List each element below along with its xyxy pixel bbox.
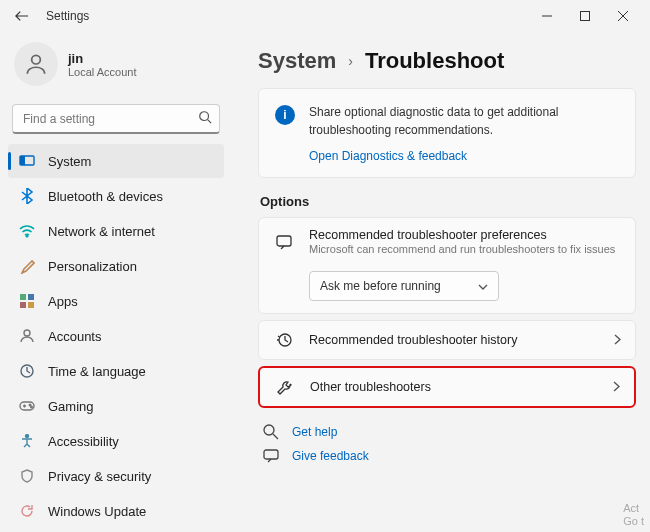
back-button[interactable] bbox=[8, 2, 36, 30]
shield-icon bbox=[18, 467, 36, 485]
wrench-icon bbox=[274, 378, 296, 396]
info-icon: i bbox=[275, 105, 295, 125]
sidebar-item-network[interactable]: Network & internet bbox=[8, 214, 224, 248]
chevron-right-icon: › bbox=[348, 53, 353, 69]
diagnostics-info-card: i Share optional diagnostic data to get … bbox=[258, 88, 636, 178]
svg-point-14 bbox=[31, 406, 33, 408]
svg-point-5 bbox=[26, 235, 28, 237]
footer-label: Get help bbox=[292, 425, 337, 439]
activation-watermark: Act Go t bbox=[623, 502, 644, 528]
sidebar-item-label: Personalization bbox=[48, 259, 137, 274]
accessibility-icon bbox=[18, 432, 36, 450]
user-profile[interactable]: jin Local Account bbox=[6, 36, 226, 100]
person-icon bbox=[18, 327, 36, 345]
search-input[interactable] bbox=[12, 104, 220, 134]
sidebar-item-apps[interactable]: Apps bbox=[8, 284, 224, 318]
chevron-down-icon bbox=[478, 279, 488, 293]
feedback-icon bbox=[260, 448, 282, 464]
svg-point-18 bbox=[264, 425, 274, 435]
window-title: Settings bbox=[46, 9, 89, 23]
search-icon bbox=[198, 110, 212, 128]
svg-rect-8 bbox=[20, 302, 26, 308]
sidebar-item-label: Gaming bbox=[48, 399, 94, 414]
sidebar-item-personalization[interactable]: Personalization bbox=[8, 249, 224, 283]
svg-rect-7 bbox=[28, 294, 34, 300]
svg-rect-6 bbox=[20, 294, 26, 300]
sidebar-item-label: System bbox=[48, 154, 91, 169]
maximize-button[interactable] bbox=[566, 2, 604, 30]
sidebar-item-label: Windows Update bbox=[48, 504, 146, 519]
troubleshooter-prefs-card: Recommended troubleshooter preferences M… bbox=[258, 217, 636, 314]
sidebar-item-label: Time & language bbox=[48, 364, 146, 379]
sidebar-item-accessibility[interactable]: Accessibility bbox=[8, 424, 224, 458]
svg-point-15 bbox=[26, 435, 29, 438]
prefs-dropdown[interactable]: Ask me before running bbox=[309, 271, 499, 301]
user-subtitle: Local Account bbox=[68, 66, 137, 78]
svg-point-1 bbox=[32, 55, 41, 64]
sidebar-item-gaming[interactable]: Gaming bbox=[8, 389, 224, 423]
svg-point-13 bbox=[29, 404, 31, 406]
brush-icon bbox=[18, 257, 36, 275]
svg-point-10 bbox=[24, 330, 30, 336]
gaming-icon bbox=[18, 397, 36, 415]
chevron-right-icon bbox=[613, 378, 620, 396]
wifi-icon bbox=[18, 222, 36, 240]
give-feedback-link[interactable]: Give feedback bbox=[260, 444, 636, 468]
footer-label: Give feedback bbox=[292, 449, 369, 463]
history-icon bbox=[273, 331, 295, 349]
sidebar-item-bluetooth[interactable]: Bluetooth & devices bbox=[8, 179, 224, 213]
sidebar-item-label: Network & internet bbox=[48, 224, 155, 239]
sidebar-item-label: Apps bbox=[48, 294, 78, 309]
prefs-title: Recommended troubleshooter preferences bbox=[309, 228, 621, 242]
svg-rect-19 bbox=[264, 450, 278, 459]
sidebar-item-accounts[interactable]: Accounts bbox=[8, 319, 224, 353]
chevron-right-icon bbox=[614, 331, 621, 349]
sidebar-item-time[interactable]: Time & language bbox=[8, 354, 224, 388]
chat-icon bbox=[273, 233, 295, 251]
sidebar-item-update[interactable]: Windows Update bbox=[8, 494, 224, 528]
bluetooth-icon bbox=[18, 187, 36, 205]
sidebar-item-label: Accessibility bbox=[48, 434, 119, 449]
apps-icon bbox=[18, 292, 36, 310]
get-help-link[interactable]: Get help bbox=[260, 420, 636, 444]
clock-icon bbox=[18, 362, 36, 380]
svg-rect-4 bbox=[20, 156, 25, 165]
sidebar-item-system[interactable]: System bbox=[8, 144, 224, 178]
svg-point-2 bbox=[200, 112, 209, 121]
sidebar-item-label: Bluetooth & devices bbox=[48, 189, 163, 204]
user-name: jin bbox=[68, 51, 137, 66]
dropdown-value: Ask me before running bbox=[320, 279, 441, 293]
sidebar-item-label: Accounts bbox=[48, 329, 101, 344]
open-diagnostics-link[interactable]: Open Diagnostics & feedback bbox=[309, 149, 619, 163]
history-title: Recommended troubleshooter history bbox=[309, 333, 600, 347]
prefs-sub: Microsoft can recommend and run troubles… bbox=[309, 243, 621, 255]
sidebar-item-label: Privacy & security bbox=[48, 469, 151, 484]
svg-rect-16 bbox=[277, 236, 291, 246]
close-button[interactable] bbox=[604, 2, 642, 30]
svg-rect-0 bbox=[581, 12, 590, 21]
breadcrumb-parent[interactable]: System bbox=[258, 48, 336, 74]
page-title: Troubleshoot bbox=[365, 48, 504, 74]
other-troubleshooters-row[interactable]: Other troubleshooters bbox=[258, 366, 636, 408]
minimize-button[interactable] bbox=[528, 2, 566, 30]
options-heading: Options bbox=[260, 194, 636, 209]
other-title: Other troubleshooters bbox=[310, 380, 599, 394]
troubleshooter-history-row[interactable]: Recommended troubleshooter history bbox=[258, 320, 636, 360]
system-icon bbox=[18, 152, 36, 170]
update-icon bbox=[18, 502, 36, 520]
avatar bbox=[14, 42, 58, 86]
svg-rect-9 bbox=[28, 302, 34, 308]
sidebar-item-privacy[interactable]: Privacy & security bbox=[8, 459, 224, 493]
info-text: Share optional diagnostic data to get ad… bbox=[309, 103, 619, 139]
help-icon bbox=[260, 424, 282, 440]
breadcrumb: System › Troubleshoot bbox=[258, 48, 636, 74]
